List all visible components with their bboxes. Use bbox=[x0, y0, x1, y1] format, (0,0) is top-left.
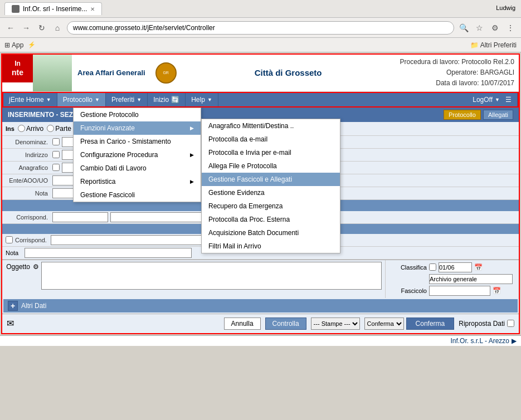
sub-protocolla-invia[interactable]: Protocolla e Invia per e-mail bbox=[202, 146, 340, 159]
nav-inizio[interactable]: Inizio 🔄 bbox=[148, 93, 186, 106]
back-button[interactable]: ← bbox=[4, 22, 17, 34]
browser-titlebar: Inf.Or. srl - Inserime... ✕ Ludwig bbox=[0, 0, 521, 18]
partenza-radio-label[interactable]: Parte bbox=[47, 125, 71, 133]
forward-button[interactable]: → bbox=[20, 22, 32, 34]
bookmark-icon[interactable]: ☆ bbox=[473, 22, 485, 34]
corrispond1-input1[interactable] bbox=[52, 212, 108, 222]
dropdown-funzioni-avanzate[interactable]: Funzioni Avanzate ▶ bbox=[74, 121, 201, 135]
dropdown-presa-in-carico[interactable]: Presa in Carico - Smistamento bbox=[74, 135, 201, 148]
stampe-select[interactable]: --- Stampe --- bbox=[311, 318, 360, 330]
nota-label: Nota bbox=[6, 190, 50, 197]
nav-logoff[interactable]: LogOff ▼ ☰ bbox=[467, 93, 518, 106]
anagrafico-checkbox[interactable] bbox=[52, 164, 60, 171]
dropdown-reportistica[interactable]: Reportistica ▶ bbox=[74, 175, 201, 188]
inserimento-label: Ins bbox=[6, 125, 14, 132]
fascicolo-icon[interactable]: 📅 bbox=[493, 287, 501, 295]
header-city: Città di Grosseto bbox=[181, 55, 396, 91]
address-bar[interactable] bbox=[67, 21, 454, 35]
nota2-input[interactable] bbox=[25, 248, 192, 258]
arrivo-radio[interactable] bbox=[18, 125, 25, 132]
nav-protocollo[interactable]: Protocollo ▼ bbox=[57, 93, 106, 106]
sub-recupero-emergenza[interactable]: Recupero da Emergenza bbox=[202, 199, 340, 213]
browser-nav: ← → ↻ ⌂ 🔍 ☆ ⚙ ⋮ bbox=[0, 18, 521, 38]
sub-protocolla-email[interactable]: Protocolla da e-mail bbox=[202, 133, 340, 146]
altri-dati-expand-button[interactable]: + bbox=[8, 301, 18, 311]
nav-arrow-4: ▼ bbox=[207, 97, 212, 102]
refresh-button[interactable]: ↻ bbox=[36, 22, 48, 34]
bookmark-others[interactable]: 📁 Altri Preferiti bbox=[470, 41, 517, 49]
sub-gestione-fascicoli[interactable]: Gestione Fascicoli e Allegati bbox=[202, 173, 340, 186]
indirizzo-checkbox[interactable] bbox=[52, 151, 60, 158]
classifica-checkbox[interactable] bbox=[429, 263, 436, 271]
dropdown-arrow-3: ▶ bbox=[190, 152, 194, 158]
tab-allegati[interactable]: Allegati bbox=[483, 110, 513, 120]
nav-jente-home[interactable]: jEnte Home ▼ bbox=[3, 93, 57, 106]
folder-icon: 📁 bbox=[470, 41, 479, 49]
bookmark-flashicon[interactable]: ⚡ bbox=[28, 41, 36, 48]
sub-acquisizione-batch[interactable]: Acquisizione Batch Documenti bbox=[202, 226, 340, 240]
oggetto-textarea[interactable] bbox=[41, 262, 382, 290]
denominaz-checkbox[interactable] bbox=[52, 138, 60, 145]
classifica-label: Classifica bbox=[388, 264, 427, 271]
nav-preferiti[interactable]: Preferiti ▼ bbox=[106, 93, 148, 106]
status-text: Inf.Or. s.r.L - Arezzo bbox=[450, 337, 509, 345]
sub-gestione-evidenza[interactable]: Gestione Evidenza bbox=[202, 186, 340, 199]
nav-arrow-2: ▼ bbox=[137, 97, 142, 102]
settings-icon[interactable]: ⚙ bbox=[489, 22, 501, 34]
annulla-button[interactable]: Annulla bbox=[224, 318, 261, 330]
ente-label: Ente/AOO/UO bbox=[6, 177, 50, 184]
dropdown-cambio-dati[interactable]: Cambio Dati di Lavoro bbox=[74, 162, 201, 175]
dropdown-gestione-protocollo[interactable]: Gestione Protocollo bbox=[74, 108, 201, 121]
classifica-value-input[interactable] bbox=[429, 274, 513, 284]
dropdown-configurazione[interactable]: Configurazione Procedura ▶ bbox=[74, 148, 201, 162]
bookmark-app[interactable]: ⊞ App bbox=[4, 41, 23, 49]
riproposta-checkbox[interactable] bbox=[507, 320, 514, 327]
app-icon: ⊞ bbox=[4, 41, 10, 49]
user-label: Ludwig bbox=[496, 4, 515, 11]
tab-favicon bbox=[12, 5, 20, 13]
fascicolo-input[interactable] bbox=[429, 286, 490, 296]
classifica-code-input[interactable] bbox=[439, 262, 472, 272]
classifica-row: Classifica 📅 bbox=[388, 262, 517, 272]
conferma-button[interactable]: Conferma bbox=[406, 318, 455, 330]
sub-anagrafico[interactable]: Anagrafico Mittenti/Destina .. bbox=[202, 119, 340, 133]
tab-title: Inf.Or. srl - Inserime... bbox=[23, 5, 87, 13]
anagrafico-label: Anagrafico bbox=[6, 164, 50, 171]
header-waves bbox=[33, 55, 72, 91]
classifica-calendar-icon[interactable]: 📅 bbox=[474, 263, 483, 271]
sub-protocolla-proc[interactable]: Protocolla da Proc. Esterna bbox=[202, 213, 340, 226]
sub-allega-file[interactable]: Allega File e Protocolla bbox=[202, 159, 340, 173]
arrivo-radio-label[interactable]: Arrivo bbox=[18, 125, 43, 133]
corrispond2-checkbox[interactable] bbox=[6, 236, 13, 243]
riproposta-row: Riproposta Dati bbox=[459, 320, 514, 328]
protocollo-dropdown: Gestione Protocollo Funzioni Avanzate ▶ … bbox=[73, 108, 201, 202]
dropdown-gestione-fascicoli[interactable]: Gestione Fascicoli bbox=[74, 188, 201, 202]
city-emblem: GR bbox=[151, 55, 181, 91]
header-info: Procedura di lavoro: Protocollo Rel.2.0 … bbox=[396, 55, 519, 91]
nota2-label: Nota bbox=[6, 250, 22, 256]
menu-icon[interactable]: ⋮ bbox=[504, 22, 517, 34]
tab-protocollo[interactable]: Protocollo bbox=[444, 110, 481, 120]
tab-close-button[interactable]: ✕ bbox=[90, 6, 95, 12]
sub-filtri-mail[interactable]: Filtri Mail in Arrivo bbox=[202, 240, 340, 253]
conferma-dropdown[interactable]: Conferma bbox=[364, 318, 404, 330]
oggetto-label: Oggetto ⚙ bbox=[6, 262, 39, 271]
oggetto-icon: ⚙ bbox=[33, 263, 39, 271]
fascicolo-row: Fascicolo 📅 bbox=[388, 286, 517, 296]
indirizzo-label: Indirizzo bbox=[6, 152, 50, 158]
controlla-button[interactable]: Controlla bbox=[265, 318, 306, 330]
browser-tab[interactable]: Inf.Or. srl - Inserime... ✕ bbox=[4, 2, 102, 15]
dropdown-arrow-5: ▶ bbox=[190, 179, 194, 184]
altri-dati-bar: + Altri Dati bbox=[3, 299, 518, 312]
app-logo: Innte bbox=[2, 55, 33, 82]
home-button[interactable]: ⌂ bbox=[51, 22, 64, 34]
nav-help[interactable]: Help ▼ bbox=[186, 93, 218, 106]
partenza-radio[interactable] bbox=[47, 125, 54, 132]
search-icon[interactable]: 🔍 bbox=[457, 22, 470, 34]
header-area: Area Affari Generali bbox=[72, 55, 151, 91]
nav-arrow-0: ▼ bbox=[46, 97, 51, 102]
denominaz-label: Denominaz. bbox=[6, 139, 50, 145]
corrispond2-input[interactable] bbox=[51, 235, 218, 245]
dropdown-arrow-1: ▶ bbox=[190, 125, 194, 131]
email-icon[interactable]: ✉ bbox=[7, 318, 14, 329]
